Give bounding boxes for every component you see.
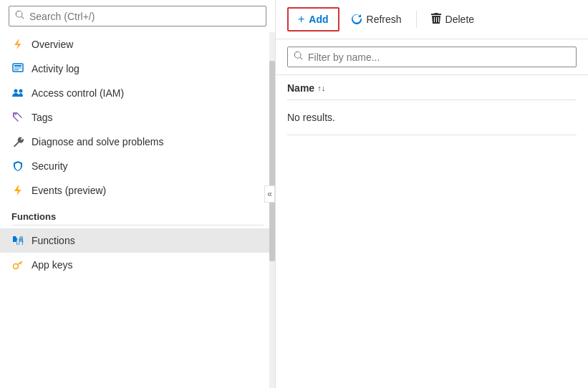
add-label: Add xyxy=(309,14,328,25)
sidebar-item-label: Access control (IAM) xyxy=(32,87,124,99)
delete-label: Delete xyxy=(445,14,474,25)
sidebar-item-label: Activity log xyxy=(32,63,79,74)
sidebar-item-activity-log[interactable]: Activity log xyxy=(0,57,275,81)
nav-list: Overview Activity log xyxy=(0,32,275,388)
sidebar-item-label: Functions xyxy=(32,235,75,246)
filter-bar xyxy=(276,39,588,75)
no-results-message: No results. xyxy=(287,100,577,135)
activity-icon xyxy=(11,62,24,75)
sidebar-item-label: Diagnose and solve problems xyxy=(32,136,163,147)
scrollbar-thumb[interactable] xyxy=(269,61,275,261)
func-icon: {ƒ} xyxy=(11,234,24,247)
column-name[interactable]: Name ↑↓ xyxy=(287,82,325,94)
sidebar-item-label: Tags xyxy=(32,112,53,123)
delete-icon xyxy=(431,13,441,26)
add-button[interactable]: + Add xyxy=(289,9,337,29)
event-icon xyxy=(11,184,24,197)
table-header: Name ↑↓ xyxy=(287,75,577,100)
refresh-button[interactable]: Refresh xyxy=(342,9,410,31)
filter-input[interactable] xyxy=(308,52,570,63)
sidebar-item-diagnose[interactable]: Diagnose and solve problems xyxy=(0,130,275,154)
search-icon xyxy=(15,10,25,22)
refresh-icon xyxy=(351,13,362,26)
sidebar-item-overview[interactable]: Overview xyxy=(0,32,275,57)
wrench-icon xyxy=(11,135,24,148)
svg-rect-3 xyxy=(14,69,19,70)
search-box[interactable] xyxy=(9,6,266,26)
delete-button[interactable]: Delete xyxy=(423,9,483,31)
sidebar-item-functions[interactable]: {ƒ} Functions xyxy=(0,228,275,253)
scrollbar-track[interactable] xyxy=(269,32,275,388)
sidebar-item-events[interactable]: Events (preview) xyxy=(0,178,275,203)
lightning-icon xyxy=(11,38,24,51)
toolbar-divider xyxy=(416,11,417,28)
svg-point-4 xyxy=(14,89,18,93)
filter-input-wrap[interactable] xyxy=(287,47,577,67)
sidebar-item-security[interactable]: Security xyxy=(0,154,275,178)
svg-rect-2 xyxy=(14,68,21,69)
svg-point-7 xyxy=(14,264,19,269)
sidebar: Overview Activity log xyxy=(0,0,276,388)
sidebar-item-label: Events (preview) xyxy=(32,185,106,196)
add-button-wrapper: + Add xyxy=(287,7,339,31)
sidebar-item-label: Security xyxy=(32,160,68,172)
svg-rect-1 xyxy=(14,65,21,67)
tag-icon xyxy=(11,111,24,124)
sidebar-item-tags[interactable]: Tags xyxy=(0,105,275,130)
table-area: Name ↑↓ No results. xyxy=(276,75,588,388)
section-header-functions: Functions xyxy=(0,203,275,225)
svg-point-5 xyxy=(19,89,23,93)
collapse-sidebar-button[interactable]: « xyxy=(264,185,275,203)
plus-icon: + xyxy=(298,13,304,26)
sidebar-item-label: App keys xyxy=(32,259,73,271)
sort-icon[interactable]: ↑↓ xyxy=(317,84,325,92)
appkey-icon xyxy=(11,258,24,271)
svg-text:{ƒ}: {ƒ} xyxy=(16,238,24,245)
main-content: + Add Refresh Delete xyxy=(276,0,588,388)
sidebar-item-label: Overview xyxy=(32,39,73,50)
refresh-label: Refresh xyxy=(367,14,402,25)
toolbar: + Add Refresh Delete xyxy=(276,0,588,39)
sidebar-item-app-keys[interactable]: App keys xyxy=(0,253,275,277)
people-icon xyxy=(11,87,24,100)
sidebar-item-access-control[interactable]: Access control (IAM) xyxy=(0,81,275,105)
shield-icon xyxy=(11,160,24,173)
column-name-label: Name xyxy=(287,82,314,94)
search-input[interactable] xyxy=(29,11,260,22)
filter-search-icon xyxy=(294,51,304,63)
